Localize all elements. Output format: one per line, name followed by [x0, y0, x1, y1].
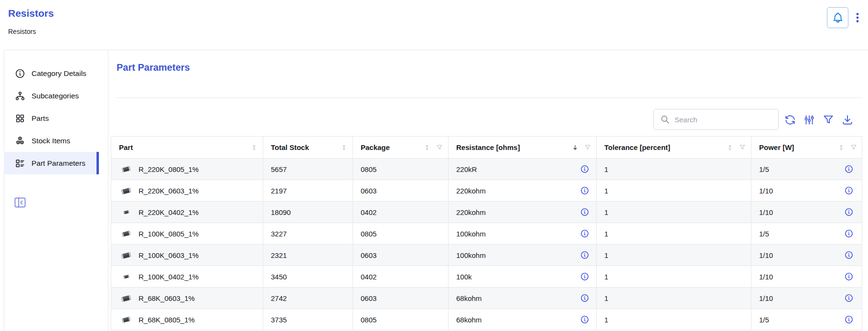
- total-stock-value: 3227: [271, 230, 287, 238]
- filter-small-icon[interactable]: [739, 144, 746, 151]
- info-badge-icon[interactable]: [844, 186, 854, 195]
- sidebar-item-label: Part Parameters: [32, 159, 86, 168]
- power-value: 1/10: [759, 251, 773, 259]
- sidebar-item-category-details[interactable]: Category Details: [4, 62, 99, 85]
- part-thumbnail: [119, 249, 133, 261]
- info-badge-icon[interactable]: [580, 164, 589, 174]
- table-row[interactable]: R_100K_0805_1%32270805100kohm11/5: [111, 223, 862, 245]
- column-label: Total Stock: [271, 143, 309, 151]
- part-thumbnail: [119, 163, 133, 175]
- info-badge-icon[interactable]: [580, 293, 589, 303]
- column-header-icons: [571, 144, 591, 151]
- cell-tolerance: 1: [597, 288, 751, 309]
- info-badge-icon[interactable]: [580, 186, 589, 195]
- column-header-part[interactable]: Part: [111, 137, 263, 159]
- sidebar-item-label: Parts: [32, 114, 49, 123]
- table-row[interactable]: R_220K_0402_1%180900402220kohm11/10: [111, 202, 862, 223]
- package-value: 0805: [361, 316, 376, 324]
- sidebar-item-parts[interactable]: Parts: [4, 107, 99, 129]
- info-badge-icon[interactable]: [844, 229, 854, 238]
- cell-resistance: 100kohm: [449, 223, 597, 245]
- info-badge-icon[interactable]: [580, 250, 589, 260]
- package-value: 0603: [361, 187, 376, 195]
- info-badge-icon[interactable]: [844, 293, 854, 303]
- app-window: { "app": { "title": "Resistors", "breadc…: [0, 0, 868, 331]
- breadcrumb[interactable]: Resistors: [8, 28, 36, 35]
- table-header-row: PartTotal StockPackageResistance [ohms]T…: [111, 137, 862, 159]
- filter-small-icon[interactable]: [584, 144, 591, 151]
- sort-icon: [726, 144, 734, 151]
- panel-title: Part Parameters: [117, 62, 190, 73]
- column-header-total-stock[interactable]: Total Stock: [263, 137, 353, 159]
- overflow-menu-button[interactable]: [851, 8, 864, 27]
- info-badge-icon[interactable]: [580, 272, 589, 281]
- sidebar-item-label: Category Details: [32, 69, 86, 78]
- column-header-power-w-[interactable]: Power [W]: [751, 137, 862, 159]
- column-header-package[interactable]: Package: [353, 137, 449, 159]
- sidebar-item-stock-items[interactable]: Stock Items: [4, 129, 99, 152]
- download-button[interactable]: [841, 114, 854, 126]
- column-label: Part: [119, 143, 133, 151]
- cell-part: R_68K_0603_1%: [111, 288, 263, 309]
- power-value: 1/10: [759, 294, 773, 302]
- info-badge-icon[interactable]: [844, 207, 854, 217]
- table-row[interactable]: R_100K_0402_1%34500402100k11/10: [111, 266, 862, 288]
- sidebar-item-part-parameters[interactable]: Part Parameters: [4, 152, 99, 174]
- notifications-button[interactable]: [827, 7, 848, 28]
- table-row[interactable]: R_68K_0603_1%2742060368kohm11/10: [111, 288, 862, 309]
- info-badge-icon[interactable]: [580, 229, 589, 238]
- column-label: Resistance [ohms]: [456, 143, 520, 151]
- table-row[interactable]: R_220K_0805_1%56570805220kR11/5: [111, 159, 862, 180]
- sort-desc-icon: [571, 144, 579, 151]
- column-header-resistance-ohms-[interactable]: Resistance [ohms]: [449, 137, 597, 159]
- cell-tolerance: 1: [597, 223, 751, 245]
- part-name: R_100K_0603_1%: [139, 251, 199, 259]
- resistance-value: 68kohm: [456, 316, 482, 324]
- sidebar-item-label: Stock Items: [32, 137, 70, 145]
- table-body: R_220K_0805_1%56570805220kR11/5R_220K_06…: [111, 159, 862, 331]
- filter-small-icon[interactable]: [436, 144, 443, 151]
- table-toolbar: [784, 114, 854, 126]
- adjustments-button[interactable]: [803, 114, 815, 126]
- part-thumbnail: [119, 292, 133, 304]
- tolerance-value: 1: [604, 230, 608, 238]
- tolerance-value: 1: [604, 316, 608, 324]
- sidebar-collapse-button[interactable]: [13, 196, 27, 209]
- total-stock-value: 18090: [271, 208, 291, 216]
- resistance-value: 220kohm: [456, 208, 486, 216]
- sidebar-item-subcategories[interactable]: Subcategories: [4, 85, 99, 107]
- cell-package: 0603: [353, 180, 449, 202]
- info-badge-icon[interactable]: [580, 207, 589, 217]
- part-name: R_68K_0805_1%: [139, 316, 195, 324]
- cell-part: R_100K_0603_1%: [111, 245, 263, 266]
- column-header-icons: [423, 144, 443, 151]
- tolerance-value: 1: [604, 294, 608, 302]
- filter-button[interactable]: [822, 114, 835, 126]
- info-badge-icon[interactable]: [844, 272, 854, 281]
- table-row[interactable]: R_100K_0603_1%23210603100kohm11/10: [111, 245, 862, 266]
- info-circle-icon: [15, 68, 25, 79]
- table-row[interactable]: R_220K_0603_1%21970603220kohm11/10: [111, 180, 862, 202]
- total-stock-value: 3735: [271, 316, 287, 324]
- total-stock-value: 2321: [271, 251, 287, 259]
- sort-icon: [340, 144, 348, 151]
- refresh-button[interactable]: [784, 114, 796, 126]
- info-badge-icon[interactable]: [844, 315, 854, 324]
- sort-icon: [423, 144, 431, 151]
- part-thumbnail: [119, 314, 133, 325]
- cell-package: 0603: [353, 288, 449, 309]
- cell-total-stock: 3450: [263, 266, 353, 288]
- cell-power: 1/10: [751, 245, 862, 266]
- info-badge-icon[interactable]: [844, 164, 854, 174]
- filter-small-icon[interactable]: [850, 144, 857, 151]
- part-thumbnail: [119, 228, 133, 239]
- cell-part: R_220K_0402_1%: [111, 202, 263, 223]
- part-thumbnail: [119, 271, 133, 282]
- info-badge-icon[interactable]: [580, 315, 589, 324]
- table-row[interactable]: R_68K_0805_1%3735080568kohm11/5: [111, 309, 862, 331]
- search-input[interactable]: [675, 116, 772, 124]
- sidebar-collapse-icon: [13, 196, 27, 209]
- list-details-icon: [15, 158, 25, 169]
- column-header-tolerance-percent-[interactable]: Tolerance [percent]: [597, 137, 751, 159]
- info-badge-icon[interactable]: [844, 250, 854, 260]
